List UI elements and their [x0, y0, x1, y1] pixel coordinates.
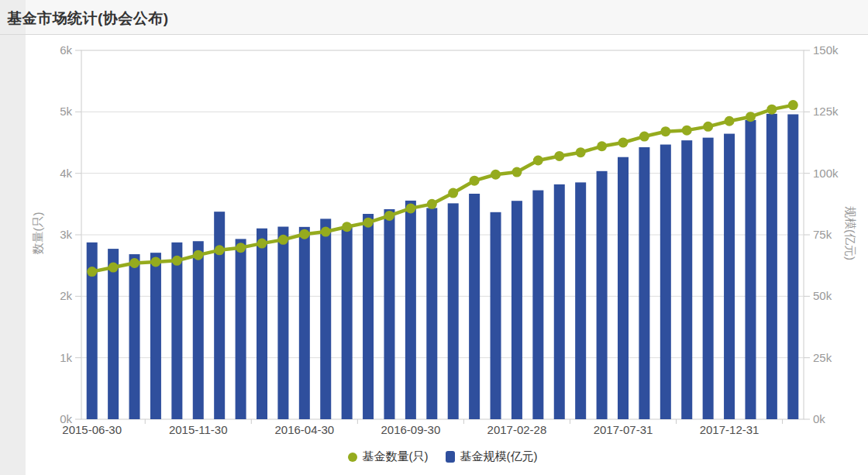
- left-axis-title: 数量(只): [31, 212, 46, 255]
- right-axis-tick-label: 25k: [813, 351, 832, 364]
- bar-2016-04-30[interactable]: [299, 227, 310, 419]
- point-2017-09-30[interactable]: [660, 126, 670, 136]
- point-2016-05-31[interactable]: [321, 227, 331, 237]
- point-2016-09-30[interactable]: [405, 203, 415, 213]
- left-axis-tick-label: 6k: [60, 43, 72, 57]
- bar-2016-09-30[interactable]: [405, 201, 416, 419]
- point-2015-09-30[interactable]: [150, 256, 160, 267]
- point-2015-10-31[interactable]: [172, 256, 182, 266]
- bar-2016-03-31[interactable]: [277, 227, 288, 419]
- bar-2016-06-30[interactable]: [342, 227, 353, 419]
- point-2016-02-29[interactable]: [257, 239, 267, 249]
- bar-2015-09-30[interactable]: [150, 253, 161, 419]
- x-axis-label: 2015-06-30: [62, 423, 122, 436]
- x-axis-label: 2017-07-31: [594, 423, 653, 436]
- left-axis-tick-label: 3k: [60, 228, 72, 241]
- chart-canvas: 0k1k2k3k4k5k6k0k25k50k75k100k125k150k201…: [0, 0, 868, 475]
- right-axis-tick-label: 75k: [813, 228, 832, 241]
- point-2017-02-28[interactable]: [512, 167, 522, 177]
- x-axis-label: 2016-09-30: [381, 423, 441, 436]
- point-2015-11-30[interactable]: [193, 250, 203, 260]
- point-2015-12-31[interactable]: [215, 245, 225, 255]
- x-axis-label: 2016-04-30: [274, 423, 334, 436]
- point-2016-04-30[interactable]: [299, 229, 309, 239]
- x-axis-label: 2015-11-30: [169, 423, 228, 436]
- bar-2017-01-31[interactable]: [491, 212, 501, 419]
- left-axis-tick-label: 4k: [60, 167, 72, 180]
- bar-2016-01-31[interactable]: [236, 239, 246, 419]
- bar-2016-08-31[interactable]: [384, 209, 394, 419]
- point-2016-08-31[interactable]: [384, 211, 394, 221]
- point-2017-08-31[interactable]: [639, 132, 649, 142]
- point-2016-12-31[interactable]: [470, 176, 480, 186]
- point-2016-01-31[interactable]: [236, 243, 246, 253]
- bar-2016-02-29[interactable]: [257, 229, 267, 419]
- bar-2015-10-31[interactable]: [171, 243, 182, 419]
- legend-label-fund-quantity: 基金数量(只): [363, 449, 429, 464]
- point-2015-08-31[interactable]: [129, 258, 140, 268]
- bar-2017-07-31[interactable]: [618, 157, 629, 419]
- bar-2017-10-31[interactable]: [681, 140, 692, 419]
- bar-2015-08-31[interactable]: [129, 254, 140, 419]
- point-2017-12-31[interactable]: [725, 116, 735, 126]
- bar-2017-12-31[interactable]: [724, 134, 735, 419]
- point-2018-01-31[interactable]: [746, 112, 756, 122]
- bar-2015-07-31[interactable]: [108, 249, 119, 419]
- bar-2017-09-30[interactable]: [660, 145, 671, 419]
- point-2016-11-30[interactable]: [448, 188, 458, 198]
- right-axis-tick-label: 0k: [813, 412, 825, 425]
- x-axis-label: 2017-02-28: [487, 423, 547, 436]
- bar-2017-08-31[interactable]: [639, 147, 649, 419]
- page-title: 基金市场统计(协会公布): [7, 9, 169, 29]
- point-2018-03-31[interactable]: [788, 100, 798, 110]
- left-axis-tick-label: 1k: [60, 351, 72, 364]
- point-2016-07-31[interactable]: [363, 218, 374, 228]
- point-2016-06-30[interactable]: [342, 222, 352, 232]
- point-2017-05-31[interactable]: [576, 147, 586, 157]
- right-axis-tick-label: 150k: [813, 43, 839, 57]
- legend-square-marker: [446, 451, 455, 463]
- point-2017-01-31[interactable]: [491, 170, 501, 180]
- legend-circle-marker: [348, 453, 357, 462]
- bar-2015-12-31[interactable]: [214, 212, 225, 419]
- bar-2016-11-30[interactable]: [448, 203, 459, 419]
- point-2015-06-30[interactable]: [87, 267, 97, 277]
- right-axis-tick-label: 125k: [813, 105, 839, 118]
- bar-2017-06-30[interactable]: [597, 171, 608, 419]
- bar-2016-10-31[interactable]: [426, 208, 437, 419]
- point-2017-03-31[interactable]: [533, 156, 543, 166]
- point-2017-11-30[interactable]: [703, 122, 713, 132]
- point-2015-07-31[interactable]: [108, 263, 119, 273]
- bar-2015-11-30[interactable]: [193, 241, 204, 419]
- bar-2017-04-30[interactable]: [554, 184, 565, 419]
- bar-2016-12-31[interactable]: [469, 194, 480, 419]
- bar-2016-05-31[interactable]: [320, 219, 331, 419]
- left-axis-tick-label: 5k: [60, 105, 72, 118]
- bar-2018-01-31[interactable]: [745, 120, 756, 419]
- page: { "page": { "title": "基金市场统计(协会公布)" }, "…: [0, 0, 868, 475]
- point-2017-04-30[interactable]: [554, 151, 564, 161]
- chart-legend: 基金数量(只) 基金规模(亿元): [81, 449, 804, 464]
- point-2016-10-31[interactable]: [427, 199, 437, 209]
- right-axis-tick-label: 100k: [813, 167, 839, 180]
- bar-2018-03-31[interactable]: [787, 115, 798, 419]
- point-2018-02-28[interactable]: [766, 105, 777, 115]
- right-axis-tick-label: 50k: [813, 289, 832, 302]
- legend-item-fund-scale[interactable]: 基金规模(亿元): [446, 449, 538, 464]
- point-2017-10-31[interactable]: [682, 126, 692, 136]
- point-2017-07-31[interactable]: [618, 138, 629, 148]
- point-2016-03-31[interactable]: [278, 235, 288, 245]
- left-axis-tick-label: 2k: [60, 289, 72, 302]
- right-axis-title: 规模(亿元): [842, 206, 857, 260]
- bar-2018-02-28[interactable]: [766, 114, 777, 419]
- bar-2017-05-31[interactable]: [575, 182, 586, 419]
- x-axis-label: 2017-12-31: [700, 423, 760, 436]
- point-2017-06-30[interactable]: [597, 141, 607, 151]
- bar-2017-03-31[interactable]: [532, 191, 543, 419]
- bar-2016-07-31[interactable]: [363, 214, 374, 419]
- legend-item-fund-quantity[interactable]: 基金数量(只): [348, 449, 429, 464]
- legend-label-fund-scale: 基金规模(亿元): [460, 449, 538, 464]
- title-divider: [0, 34, 868, 35]
- bar-2017-11-30[interactable]: [703, 138, 714, 419]
- bar-2017-02-28[interactable]: [512, 201, 522, 419]
